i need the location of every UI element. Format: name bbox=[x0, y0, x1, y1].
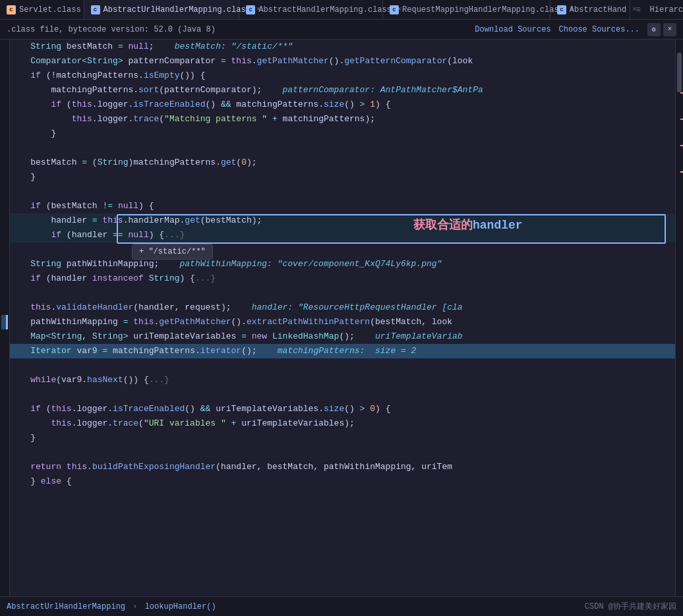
code-text-14: if (handler == null) {...} bbox=[10, 228, 670, 242]
code-line-18 bbox=[10, 286, 675, 300]
toolbar-icons: ⚙ × bbox=[647, 23, 676, 36]
tab-icon-abstracthandler: c bbox=[246, 5, 255, 14]
tab-icon-abstracturl: c bbox=[91, 5, 100, 14]
code-text-11 bbox=[10, 184, 670, 199]
tab-icon-requestmapping: c bbox=[390, 5, 399, 14]
code-text-18 bbox=[10, 286, 670, 300]
main-area: String bestMatch = null; bestMatch: "/st… bbox=[0, 40, 683, 596]
tab-abstracthand2[interactable]: c AbstractHand × bbox=[550, 0, 631, 20]
code-text-2: Comparator<String> patternComparator = t… bbox=[10, 54, 670, 69]
code-text-26: if (this.logger.isTraceEnabled() && uriT… bbox=[10, 402, 670, 416]
code-line-19: this.validateHandler(handler, request); … bbox=[10, 300, 675, 315]
annotation-suffix: handler bbox=[473, 219, 523, 232]
settings-icon[interactable]: ⚙ bbox=[647, 23, 661, 36]
breadcrumb-class[interactable]: AbstractUrlHandlerMapping bbox=[7, 602, 125, 611]
tab-abstracturl[interactable]: c AbstractUrlHandlerMapping.class × bbox=[84, 0, 240, 20]
code-text-28: } bbox=[10, 431, 670, 445]
tab-servlet[interactable]: c Servlet.class × bbox=[0, 0, 84, 20]
annotation-label: 获取合适的handler bbox=[413, 217, 523, 233]
breadcrumb-left: AbstractUrlHandlerMapping › lookupHandle… bbox=[7, 602, 216, 611]
tab-bar: c Servlet.class × c AbstractUrlHandlerMa… bbox=[0, 0, 683, 20]
code-text-8 bbox=[10, 141, 670, 155]
breadcrumb-separator: › bbox=[133, 602, 137, 611]
tab-label-servlet: Servlet.class bbox=[19, 5, 81, 14]
notification-bar: .class file, bytecode version: 52.0 (Jav… bbox=[0, 20, 683, 40]
code-text-5: if (this.logger.isTraceEnabled() && matc… bbox=[10, 98, 670, 112]
code-text-3: if (!matchingPatterns.isEmpty()) { bbox=[10, 69, 670, 83]
code-line-23 bbox=[10, 358, 675, 373]
code-line-9: bestMatch = (String)matchingPatterns.get… bbox=[10, 155, 675, 170]
tab-overflow[interactable]: ≡ bbox=[630, 5, 645, 14]
code-line-8 bbox=[10, 141, 675, 155]
code-line-25 bbox=[10, 387, 675, 402]
code-line-7: } bbox=[10, 126, 675, 141]
code-text-7: } bbox=[10, 126, 670, 141]
code-line-30: return this.buildPathExposingHandler(han… bbox=[10, 460, 675, 474]
code-text-4: matchingPatterns.sort(patternComparator)… bbox=[10, 83, 670, 98]
code-line-13: handler = this.handlerMap.get(bestMatch)… bbox=[10, 213, 675, 228]
download-sources-button[interactable]: Download Sources bbox=[475, 25, 550, 34]
hierarchy-label: Hierarc bbox=[650, 5, 683, 14]
tab-label-abstracthandler: AbstractHandlerMapping.class bbox=[258, 5, 392, 14]
code-line-14: if (handler == null) {...} bbox=[10, 228, 675, 242]
code-line-5: if (this.logger.isTraceEnabled() && matc… bbox=[10, 98, 675, 112]
tab-requestmapping[interactable]: c RequestMappingHandlerMapping.class × bbox=[383, 0, 550, 20]
minimap-mark-1 bbox=[680, 92, 683, 94]
code-line-4: matchingPatterns.sort(patternComparator)… bbox=[10, 83, 675, 98]
close-notification-icon[interactable]: × bbox=[663, 23, 676, 36]
code-text-23 bbox=[10, 358, 670, 373]
tab-label-requestmapping: RequestMappingHandlerMapping.class bbox=[402, 5, 564, 14]
minimap-mark-4 bbox=[680, 171, 683, 173]
breadcrumb-right: CSDN @协手共建美好家园 bbox=[585, 601, 676, 612]
code-line-10: } bbox=[10, 170, 675, 184]
code-text-29 bbox=[10, 445, 670, 460]
code-text-20: pathWithinMapping = this.getPathMatcher(… bbox=[10, 315, 670, 329]
minimap-mark-3 bbox=[680, 145, 683, 146]
code-text-12: if (bestMatch != null) { bbox=[10, 199, 670, 213]
code-line-24: while(var9.hasNext()) {...} bbox=[10, 373, 675, 387]
scrollbar-thumb bbox=[677, 53, 682, 92]
code-line-20: pathWithinMapping = this.getPathMatcher(… bbox=[10, 315, 675, 329]
tab-icon-servlet: c bbox=[7, 5, 16, 14]
choose-sources-button[interactable]: Choose Sources... bbox=[559, 25, 639, 34]
code-line-27: this.logger.trace("URI variables " + uri… bbox=[10, 416, 675, 431]
code-text-21: Map<String, String> uriTemplateVariables… bbox=[10, 329, 670, 344]
code-line-11 bbox=[10, 184, 675, 199]
code-text-25 bbox=[10, 387, 670, 402]
code-line-12: if (bestMatch != null) { bbox=[10, 199, 675, 213]
code-text-22: Iterator var9 = matchingPatterns.iterato… bbox=[10, 344, 670, 358]
code-line-16: String pathWithinMapping; pathWithinMapp… bbox=[10, 257, 675, 271]
left-gutter bbox=[0, 40, 10, 596]
code-text-1: String bestMatch = null; bestMatch: "/st… bbox=[10, 40, 670, 54]
code-text-27: this.logger.trace("URI variables " + uri… bbox=[10, 416, 670, 431]
code-text-31: } else { bbox=[10, 474, 670, 489]
code-line-26: if (this.logger.isTraceEnabled() && uriT… bbox=[10, 402, 675, 416]
code-text-30: return this.buildPathExposingHandler(han… bbox=[10, 460, 670, 474]
code-text-24: while(var9.hasNext()) {...} bbox=[10, 373, 670, 387]
notification-actions: Download Sources Choose Sources... ⚙ × bbox=[475, 23, 676, 36]
annotation-prefix: 获取合适的 bbox=[413, 219, 473, 232]
code-text-10: } bbox=[10, 170, 670, 184]
code-area: String bestMatch = null; bestMatch: "/st… bbox=[10, 40, 675, 596]
code-text-13: handler = this.handlerMap.get(bestMatch)… bbox=[10, 213, 670, 228]
execution-marker bbox=[1, 315, 8, 329]
code-text-15 bbox=[10, 242, 670, 257]
code-text-17: if (handler instanceof String) {...} bbox=[10, 271, 670, 286]
code-line-21: Map<String, String> uriTemplateVariables… bbox=[10, 329, 675, 344]
right-scrollbar[interactable] bbox=[675, 40, 683, 596]
code-line-29 bbox=[10, 445, 675, 460]
tooltip-popup: + "/static/**" bbox=[132, 244, 213, 260]
code-line-15 bbox=[10, 242, 675, 257]
tooltip-text: + "/static/**" bbox=[139, 247, 206, 256]
tab-label-abstracthand2: AbstractHand bbox=[570, 5, 626, 14]
tab-icon-abstracthand2: c bbox=[557, 5, 566, 14]
code-content: String bestMatch = null; bestMatch: "/st… bbox=[10, 40, 675, 489]
breadcrumb-method[interactable]: lookupHandler() bbox=[145, 602, 216, 611]
breadcrumb-bar: AbstractUrlHandlerMapping › lookupHandle… bbox=[0, 596, 683, 616]
code-text-6: this.logger.trace("Matching patterns " +… bbox=[10, 112, 670, 126]
code-line-17: if (handler instanceof String) {...} bbox=[10, 271, 675, 286]
tab-abstracthandler[interactable]: c AbstractHandlerMapping.class × bbox=[239, 0, 383, 20]
code-text-16: String pathWithinMapping; pathWithinMapp… bbox=[10, 257, 670, 271]
code-line-22: Iterator var9 = matchingPatterns.iterato… bbox=[10, 344, 675, 358]
code-line-31: } else { bbox=[10, 474, 675, 489]
